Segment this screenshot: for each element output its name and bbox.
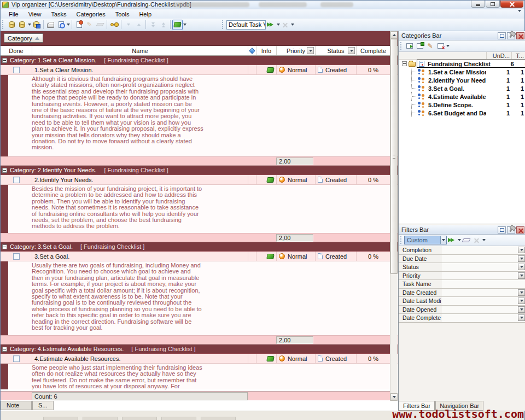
task-view-combobox[interactable]: Default Task V bbox=[226, 20, 266, 30]
task-row-3[interactable]: 3.Set a Goal. Normal Created 0 % bbox=[1, 252, 398, 261]
status-filter-dropdown[interactable] bbox=[348, 47, 355, 54]
collapse-icon[interactable] bbox=[2, 58, 7, 63]
clear-filter-button[interactable] bbox=[461, 235, 471, 246]
view-overflow-dropdown[interactable] bbox=[291, 20, 294, 30]
edit-category-button[interactable]: ✎ bbox=[425, 41, 435, 51]
filter-dropdown-icon[interactable] bbox=[518, 289, 525, 296]
filter-value-cell[interactable] bbox=[441, 306, 525, 314]
scroll-up-icon[interactable] bbox=[390, 31, 398, 39]
move-down-button[interactable] bbox=[123, 20, 133, 30]
column-header-done[interactable]: Done bbox=[1, 46, 32, 55]
group-by-category-chip[interactable]: Category bbox=[4, 33, 43, 43]
new-database-button[interactable] bbox=[7, 20, 17, 30]
category-header-4[interactable]: Category: 4.Estimate Available Resources… bbox=[1, 345, 398, 354]
open-database-button[interactable] bbox=[17, 20, 27, 30]
filter-dropdown-icon[interactable] bbox=[518, 314, 525, 321]
categories-toolbar-dropdown[interactable] bbox=[446, 41, 450, 51]
apply-view-button[interactable] bbox=[266, 20, 276, 30]
delete-category-button[interactable] bbox=[435, 41, 446, 51]
task-checkbox[interactable] bbox=[13, 67, 20, 73]
category-header-3[interactable]: Category: 3.Set a Goal. [ Fundraising Ch… bbox=[1, 242, 398, 252]
menu-file[interactable]: File bbox=[4, 10, 24, 18]
task-name[interactable]: 1.Set a Clear Mission. bbox=[32, 65, 248, 74]
toolbar-grip[interactable] bbox=[2, 20, 5, 29]
tree-item[interactable]: 1.Set a Clear Mission. 1 1 bbox=[399, 68, 525, 76]
move-up-button[interactable] bbox=[133, 20, 144, 30]
tree-collapse-icon[interactable] bbox=[402, 61, 407, 66]
task-checkbox[interactable] bbox=[13, 177, 20, 183]
filter-value-cell[interactable] bbox=[441, 297, 525, 306]
tab-note[interactable]: Note bbox=[1, 401, 32, 410]
menu-view[interactable]: View bbox=[24, 10, 46, 18]
filter-dropdown-icon[interactable] bbox=[518, 272, 525, 279]
task-name[interactable]: 3.Set a Goal. bbox=[32, 252, 248, 261]
remove-filter-button[interactable] bbox=[471, 235, 482, 246]
column-header-info[interactable]: Info bbox=[256, 46, 276, 55]
filter-dropdown-icon[interactable] bbox=[518, 255, 525, 262]
category-header-1[interactable]: Category: 1.Set a Clear Mission. [ Fundr… bbox=[1, 56, 398, 65]
panel-restore-button[interactable] bbox=[498, 32, 506, 39]
tree-item[interactable]: 2.Identify Your Needs. 1 1 bbox=[399, 76, 525, 84]
clear-view-button[interactable] bbox=[280, 20, 290, 30]
print-button[interactable] bbox=[45, 20, 56, 30]
filter-value-cell[interactable] bbox=[441, 246, 525, 255]
filter-value-cell[interactable] bbox=[441, 255, 525, 264]
collapse-icon[interactable] bbox=[2, 168, 7, 173]
column-header-attachment[interactable] bbox=[248, 46, 256, 55]
tree-item[interactable]: 6.Set Budget and Date. 1 1 bbox=[399, 109, 525, 117]
filter-dropdown-icon[interactable] bbox=[518, 264, 525, 270]
panel-close-button[interactable] bbox=[516, 226, 524, 234]
filter-value-cell[interactable] bbox=[441, 314, 525, 323]
task-name[interactable]: 2.Identify Your Needs. bbox=[32, 175, 248, 184]
maximize-button[interactable] bbox=[486, 1, 500, 8]
toolbar-grip[interactable] bbox=[222, 20, 225, 29]
filter-row-priority[interactable]: Priority bbox=[399, 272, 525, 281]
new-subcategory-button[interactable] bbox=[415, 41, 425, 51]
menu-help[interactable]: Help bbox=[134, 10, 156, 18]
tree-item[interactable]: 5.Define Scope. 1 1 bbox=[399, 101, 525, 109]
task-checkbox[interactable] bbox=[13, 355, 20, 362]
toolbar-options-chevron[interactable] bbox=[518, 12, 521, 19]
menu-categories[interactable]: Categories bbox=[72, 10, 110, 18]
save-database-button[interactable] bbox=[31, 20, 42, 30]
task-name[interactable]: 4.Estimate Available Resources. bbox=[32, 354, 248, 363]
panel-close-button[interactable] bbox=[516, 32, 524, 39]
filter-row-status[interactable]: Status bbox=[399, 263, 525, 272]
menu-tools[interactable]: Tools bbox=[110, 10, 135, 18]
column-header-status[interactable]: Status bbox=[315, 46, 356, 55]
task-view-button[interactable] bbox=[172, 20, 183, 30]
filter-value-cell[interactable] bbox=[441, 263, 525, 272]
filter-dropdown-icon[interactable] bbox=[518, 247, 525, 253]
filter-row-task-name[interactable]: Task Name bbox=[399, 280, 525, 289]
filter-row-date-opened[interactable]: Date Opened bbox=[399, 306, 525, 314]
column-header-complete[interactable]: Complete bbox=[356, 46, 390, 55]
column-undone[interactable]: UnD... bbox=[486, 52, 511, 59]
highlighter-button[interactable] bbox=[109, 20, 119, 30]
print-preview-button[interactable] bbox=[56, 20, 66, 30]
filters-toolbar-dropdown[interactable] bbox=[482, 235, 486, 246]
tree-root-row[interactable]: Fundraising Checklist 6 6 bbox=[399, 60, 525, 68]
menu-tasks[interactable]: Tasks bbox=[46, 10, 71, 18]
tab-subtasks[interactable]: S... bbox=[32, 401, 54, 410]
panel-restore-button[interactable] bbox=[498, 226, 506, 234]
filter-value-cell[interactable] bbox=[441, 289, 525, 298]
delete-task-button[interactable] bbox=[95, 20, 105, 30]
new-category-button[interactable] bbox=[404, 41, 415, 51]
task-view-dropdown[interactable] bbox=[183, 20, 186, 30]
panel-pin-button[interactable] bbox=[507, 226, 515, 234]
print-dropdown[interactable] bbox=[67, 20, 70, 30]
task-row-4[interactable]: 4.Estimate Available Resources. Normal C… bbox=[1, 354, 398, 364]
move-bottom-button[interactable] bbox=[148, 20, 158, 30]
column-total[interactable]: T... bbox=[511, 52, 525, 59]
tree-item[interactable]: 4.Estimate Available Resource 1 1 bbox=[399, 92, 525, 101]
filter-dropdown-icon[interactable] bbox=[518, 298, 525, 304]
combo-dropdown-icon[interactable] bbox=[440, 236, 446, 244]
edit-task-button[interactable]: ✎ bbox=[84, 20, 95, 30]
close-button[interactable] bbox=[500, 1, 523, 8]
apply-filter-button[interactable] bbox=[447, 235, 457, 246]
minimize-button[interactable] bbox=[471, 1, 485, 8]
task-row-1[interactable]: 1.Set a Clear Mission. Normal Created 0 … bbox=[1, 65, 398, 75]
collapse-icon[interactable] bbox=[2, 347, 7, 352]
filter-value-cell[interactable] bbox=[441, 280, 525, 289]
move-top-button[interactable] bbox=[158, 20, 168, 30]
